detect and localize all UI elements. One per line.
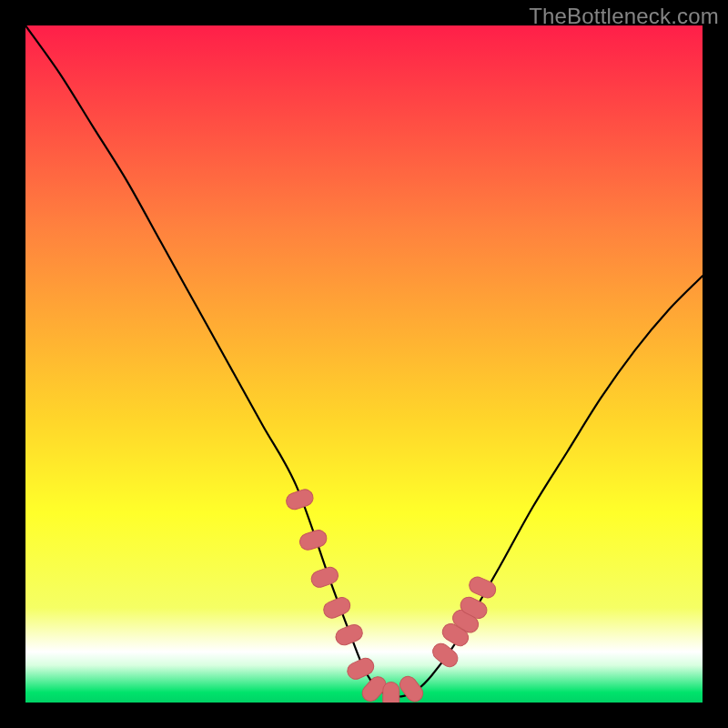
svg-rect-8 <box>383 682 399 703</box>
marker <box>383 682 399 703</box>
chart-frame: TheBottleneck.com <box>0 0 728 728</box>
svg-rect-0 <box>25 25 703 703</box>
watermark-text: TheBottleneck.com <box>529 4 719 29</box>
plot-area <box>25 25 703 703</box>
chart-svg <box>25 25 703 703</box>
